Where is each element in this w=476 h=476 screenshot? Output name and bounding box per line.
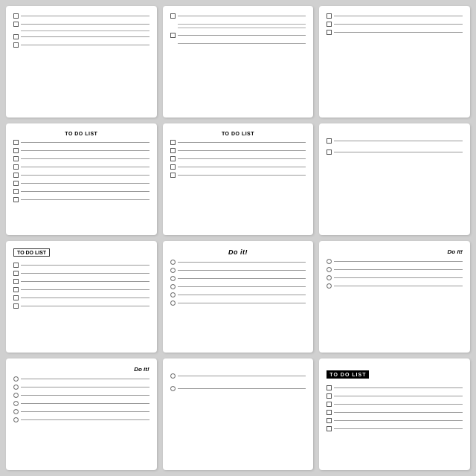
- line: [21, 306, 149, 306]
- checkbox-icon: [13, 197, 19, 202]
- line: [21, 167, 149, 167]
- line: [334, 32, 463, 33]
- checkbox-icon: [13, 148, 19, 153]
- list-item: [13, 34, 149, 39]
- list-item: [13, 181, 149, 186]
- card-title: Do it!: [170, 248, 306, 256]
- checkbox-icon: [170, 140, 176, 145]
- list-item: [170, 148, 306, 153]
- checkbox-icon: [327, 393, 332, 399]
- list-item: [327, 275, 463, 280]
- list-item: [13, 376, 149, 382]
- line: [334, 286, 463, 286]
- line: [21, 281, 149, 282]
- checkbox-icon: [170, 173, 176, 178]
- line: [21, 403, 149, 404]
- line: [178, 388, 306, 389]
- line: [178, 24, 306, 25]
- circle-icon: [170, 268, 176, 273]
- line: [178, 150, 306, 151]
- checklist-4: [13, 140, 149, 202]
- list-item: [170, 156, 306, 161]
- list-item: [327, 138, 463, 144]
- circle-icon: [170, 276, 176, 281]
- line: [21, 265, 149, 266]
- line: [334, 16, 463, 16]
- checklist-12: [327, 385, 463, 431]
- checklist-10: [13, 376, 149, 422]
- checkbox-icon: [327, 138, 332, 144]
- line: [334, 277, 463, 278]
- card-title: TO DO LIST: [13, 131, 149, 136]
- checklist-5: [170, 140, 306, 178]
- line: [334, 420, 463, 421]
- line: [21, 158, 149, 159]
- list-item: [13, 13, 149, 19]
- checkbox-icon: [327, 402, 332, 407]
- list-item: [327, 385, 463, 390]
- line: [21, 150, 149, 151]
- list-item: [170, 260, 306, 265]
- list-item: [327, 22, 463, 27]
- line: [334, 404, 463, 405]
- checklist-8: [170, 260, 306, 306]
- circle-icon: [170, 260, 176, 265]
- circle-icon: [13, 409, 19, 414]
- line: [178, 278, 306, 279]
- list-item: [13, 156, 149, 161]
- circle-icon: [170, 386, 176, 391]
- checkbox-icon: [327, 22, 332, 27]
- checkbox-icon: [327, 410, 332, 415]
- line: [21, 45, 149, 45]
- checkbox-icon: [13, 279, 19, 284]
- list-item: [13, 42, 149, 48]
- line: [334, 24, 463, 25]
- circle-icon: [13, 417, 19, 422]
- card-2: [163, 6, 314, 118]
- checklist-3: [327, 13, 463, 35]
- line: [178, 35, 306, 36]
- checkbox-icon: [327, 418, 332, 423]
- line: [178, 167, 306, 167]
- checkbox-icon: [13, 42, 19, 48]
- list-item: [13, 164, 149, 170]
- line: [21, 395, 149, 396]
- checkbox-icon: [327, 426, 332, 431]
- card-10: Do it!: [6, 358, 157, 470]
- list-item: [13, 271, 149, 276]
- line: [21, 36, 149, 37]
- list-item: [170, 164, 306, 170]
- checkbox-icon: [170, 148, 176, 153]
- checkbox-icon: [327, 13, 332, 19]
- circle-icon: [170, 292, 176, 298]
- list-item: [170, 33, 306, 38]
- list-item: [13, 279, 149, 284]
- checkbox-icon: [327, 385, 332, 390]
- circle-icon: [170, 284, 176, 289]
- circle-icon: [170, 373, 176, 379]
- card-3: [319, 6, 470, 118]
- checkbox-icon: [170, 164, 176, 170]
- list-item: [327, 13, 463, 19]
- list-item: [327, 283, 463, 289]
- checklist-11: [170, 373, 306, 391]
- checkbox-icon: [13, 181, 19, 186]
- line: [21, 298, 149, 298]
- line: [334, 152, 463, 152]
- list-item: [170, 292, 306, 298]
- checkbox-icon: [13, 303, 19, 309]
- line: [178, 158, 306, 159]
- line: [334, 396, 463, 396]
- list-item: [170, 268, 306, 273]
- checkbox-icon: [170, 156, 176, 161]
- line: [334, 428, 463, 429]
- checkbox-icon: [327, 30, 332, 35]
- line: [334, 141, 463, 141]
- line: [178, 43, 306, 44]
- circle-icon: [13, 401, 19, 406]
- circle-icon: [13, 376, 19, 382]
- line: [178, 295, 306, 295]
- circle-icon: [13, 393, 19, 398]
- checkbox-icon: [13, 156, 19, 161]
- line: [178, 262, 306, 263]
